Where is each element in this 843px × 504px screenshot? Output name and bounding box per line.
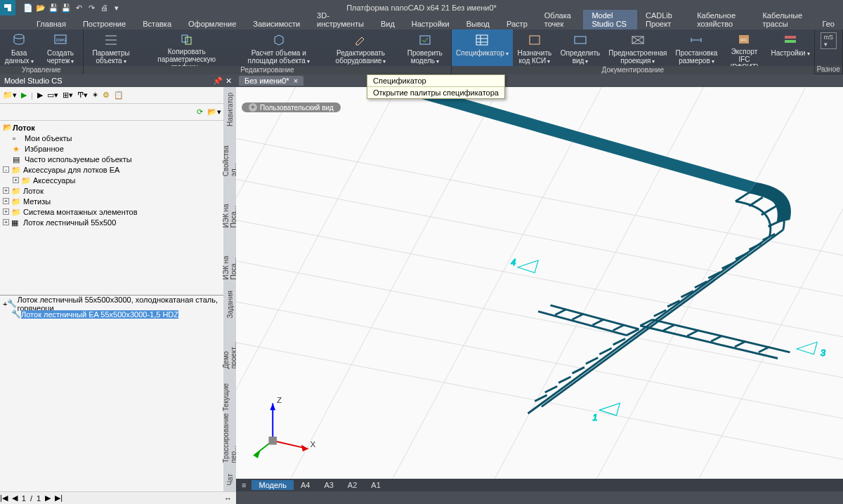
layout-tab-model[interactable]: Модель [251, 480, 293, 490]
tool-icon[interactable]: ▭▾ [47, 91, 58, 100]
ribbon-tab[interactable]: Кабельное хозяйство [688, 10, 754, 29]
ribbon-tab[interactable]: Вставка [134, 18, 180, 29]
page-resize-icon[interactable]: ↔ [224, 494, 232, 503]
gear-icon[interactable]: ⚙ [103, 91, 110, 100]
tree-item[interactable]: ▫Мои объекты [3, 133, 233, 143]
tool-icon[interactable]: Ͳ▾ [77, 91, 88, 100]
preset-projection-button[interactable]: Преднастроенная проекция [604, 29, 671, 66]
tree-item[interactable]: -📁Аксессуары для лотков EA [3, 164, 233, 175]
ribbon-tab[interactable]: CADLib Проект [637, 10, 688, 29]
ms-badge[interactable]: mS ▾ [821, 32, 837, 49]
side-tab[interactable]: Чат [225, 468, 235, 491]
layout-tab[interactable]: A4 [294, 480, 317, 490]
ribbon-tab[interactable]: Растр [498, 18, 536, 29]
tab-menu-icon[interactable]: ≡ [236, 481, 251, 489]
copy-paragraphics-button[interactable]: Копировать параметрическую графику [138, 29, 235, 66]
ribbon-tab[interactable]: Вывод [458, 18, 498, 29]
svg-line-17 [236, 277, 843, 447]
print-icon[interactable]: 🖨 [98, 2, 110, 13]
expand-icon[interactable]: + [3, 219, 9, 225]
ribbon-tab[interactable]: Вид [372, 18, 403, 29]
dimensioning-button[interactable]: Простановка размеров [672, 29, 722, 66]
expand-icon[interactable]: + [3, 198, 9, 204]
tree-item[interactable]: +📁Метизы [3, 196, 233, 206]
folder-icon[interactable]: 📁▾ [3, 91, 17, 100]
collapse-icon[interactable]: - [3, 166, 9, 173]
prev-page-icon[interactable]: ◀ [12, 493, 18, 503]
object-params-button[interactable]: Параметры объекта [84, 29, 139, 66]
tool-icon[interactable]: ✶ [92, 91, 98, 100]
svg-rect-12 [785, 36, 796, 39]
db-button[interactable]: База данных [0, 29, 38, 66]
folder-icon: 📁 [11, 187, 21, 195]
next-page-icon[interactable]: ▶ [45, 493, 51, 503]
last-page-icon[interactable]: ▶| [55, 493, 63, 503]
expand-icon[interactable]: + [3, 300, 7, 308]
list-item[interactable]: +🔧 Лоток лестничный 55x500x3000, холодно… [3, 298, 233, 309]
undo-icon[interactable]: ↶ [73, 2, 84, 13]
first-page-icon[interactable]: |◀ [0, 493, 8, 503]
expand-icon[interactable]: + [3, 208, 9, 215]
tree-item[interactable]: ★Избранное [3, 143, 233, 154]
volume-area-button[interactable]: Расчет объема и площади объекта [235, 29, 322, 66]
group-label: Редактирование [84, 66, 451, 74]
tree-item[interactable]: +📁Система монтажных элементов [3, 206, 233, 217]
projection-icon [629, 32, 646, 48]
expand-icon[interactable]: + [3, 187, 9, 194]
settings-button[interactable]: Настройки [766, 29, 813, 66]
model-view: 1 3 4 Z X [236, 87, 843, 479]
ribbon-tab-active[interactable]: Model Studio CS [583, 10, 637, 29]
redo-icon[interactable]: ↷ [86, 2, 97, 13]
ribbon-tab[interactable]: Зависимости [244, 18, 308, 29]
play-icon[interactable]: ▶ [37, 91, 43, 100]
ribbon-tab[interactable]: Главная [28, 18, 74, 29]
expand-icon[interactable]: + [13, 177, 19, 183]
ribbon-tab[interactable]: Кабельные трассы [754, 10, 813, 29]
ribbon-tab[interactable]: Оформление [180, 18, 244, 29]
ribbon-tab[interactable]: Построение [74, 18, 134, 29]
new-icon[interactable]: 📄 [22, 2, 34, 13]
plus-icon[interactable]: + [249, 103, 257, 112]
ribbon-tab[interactable]: 3D-инструменты [308, 10, 372, 29]
define-view-button[interactable]: Определить вид [556, 29, 604, 66]
save-icon[interactable]: 💾 [48, 2, 59, 13]
document-tab[interactable]: Без имени0* × [239, 76, 303, 86]
view-label[interactable]: +Пользовательский вид [242, 102, 341, 112]
layout-tab[interactable]: A3 [317, 480, 340, 490]
more-icon[interactable]: ▾ [111, 2, 122, 13]
tree-root[interactable]: 📂 Лоток [3, 122, 233, 133]
verify-model-button[interactable]: Проверить модель [399, 29, 451, 66]
side-tab[interactable]: Задания [225, 285, 235, 324]
svg-text:DWG: DWG [56, 38, 67, 42]
assign-ksi-button[interactable]: Назначить код КСИ [513, 29, 556, 66]
side-tab[interactable]: Навигатор [225, 87, 235, 132]
close-icon[interactable]: ✕ [226, 77, 232, 86]
tool-icon[interactable]: ⊞▾ [63, 91, 73, 100]
layout-tab[interactable]: A1 [364, 480, 387, 490]
refresh-icon[interactable]: ⟳ [197, 107, 203, 117]
tree-item[interactable]: +▦Лоток лестничный 55x500 [3, 217, 233, 227]
ribbon-tab[interactable]: Облака точек [536, 10, 584, 29]
tree-item[interactable]: +📁Аксессуары [3, 175, 233, 185]
edit-equipment-button[interactable]: Редактировать оборудование [322, 29, 398, 66]
svg-line-48 [558, 377, 570, 383]
tree-item[interactable]: ▤Часто используемые объекты [3, 154, 233, 164]
specifier-button[interactable]: Спецификатор [452, 29, 513, 66]
run-script-icon[interactable]: ▶ [21, 91, 27, 100]
copy-icon[interactable]: 📋 [114, 91, 124, 100]
export-ifc-button[interactable]: IFCЭкспорт IFC (РФРИТ) [721, 29, 766, 66]
open-icon[interactable]: 📂 [35, 2, 46, 13]
viewport[interactable]: +Пользовательский вид [236, 87, 843, 479]
filter-icon[interactable]: 📂▾ [207, 107, 221, 117]
svg-rect-75 [268, 437, 277, 445]
layout-tab[interactable]: A2 [341, 480, 364, 490]
svg-line-61 [711, 336, 722, 342]
pin-icon[interactable]: 📌 [213, 77, 223, 86]
ribbon-tab[interactable]: Настройки [403, 18, 458, 29]
tree-item[interactable]: +📁Лоток [3, 185, 233, 196]
create-drawing-button[interactable]: DWGСоздать чертеж [38, 29, 82, 66]
close-icon[interactable]: × [294, 77, 298, 85]
ribbon-tab[interactable]: Гео [814, 18, 843, 29]
ribbon-group-misc: mS ▾ Разное [815, 29, 843, 74]
saveall-icon[interactable]: 💾 [60, 2, 72, 13]
